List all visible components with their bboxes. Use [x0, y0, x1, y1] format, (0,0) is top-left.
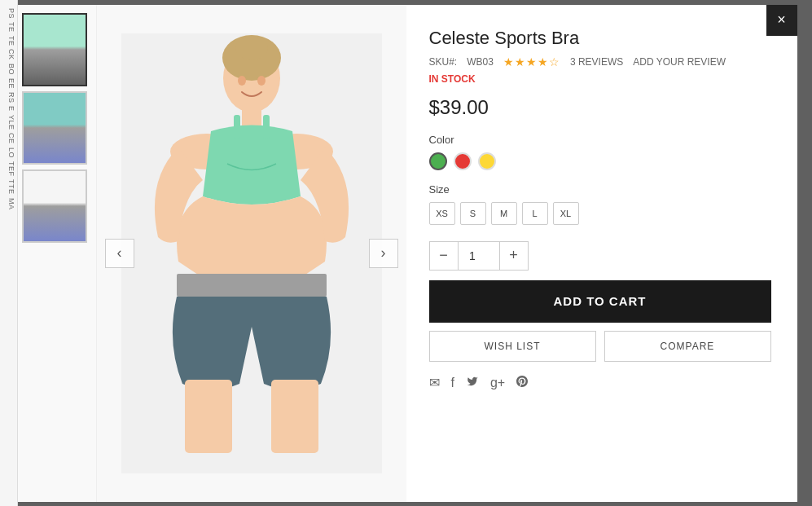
- compare-button[interactable]: COMPARE: [604, 331, 771, 362]
- star-rating: ★★★★☆: [503, 55, 560, 68]
- svg-rect-10: [271, 380, 318, 453]
- main-product-image: [121, 33, 382, 473]
- size-s[interactable]: S: [460, 202, 486, 225]
- main-image-area: ‹: [97, 5, 406, 502]
- sidebar-item-12: TEF: [2, 161, 15, 177]
- svg-point-12: [257, 76, 266, 86]
- qty-decrease-button[interactable]: −: [429, 241, 459, 271]
- thumbnail-2[interactable]: [22, 91, 87, 165]
- color-label: Color: [429, 134, 771, 146]
- sku-value: WB03: [467, 56, 494, 68]
- sidebar-item-13: TTE: [2, 179, 15, 195]
- svg-point-13: [235, 36, 268, 60]
- prev-image-button[interactable]: ‹: [105, 239, 134, 268]
- size-options: XS S M L XL: [429, 202, 771, 225]
- product-price: $39.00: [429, 96, 771, 119]
- color-option-red[interactable]: [454, 152, 472, 170]
- sidebar-item-5: bo: [2, 64, 15, 75]
- svg-point-11: [238, 76, 246, 86]
- svg-rect-6: [234, 115, 240, 139]
- svg-rect-9: [185, 380, 232, 453]
- close-icon: ×: [777, 11, 786, 29]
- sidebar-item-3: TE: [2, 36, 15, 46]
- size-m[interactable]: M: [491, 202, 517, 225]
- review-count: 3 REVIEWS: [570, 56, 623, 68]
- secondary-buttons: WISH LIST COMPARE: [429, 331, 771, 362]
- add-to-cart-button[interactable]: ADD TO CART: [429, 280, 771, 323]
- sidebar-item-14: MA: [2, 198, 15, 210]
- product-title: Celeste Sports Bra: [429, 28, 771, 49]
- wish-list-button[interactable]: WISH LIST: [429, 331, 596, 362]
- thumb-back-image: [24, 93, 86, 163]
- facebook-share-icon[interactable]: f: [451, 376, 454, 390]
- thumbnail-list: [15, 5, 97, 502]
- sidebar-item-10: CE: [2, 133, 15, 144]
- sidebar-item-9: YLE: [2, 115, 15, 130]
- product-modal: × ‹: [15, 5, 797, 502]
- twitter-share-icon[interactable]: [466, 376, 479, 390]
- thumbnail-1[interactable]: [22, 13, 87, 86]
- sidebar-strip: PS TE TE ck bo ee rs E YLE CE LO TEF TTE…: [0, 0, 18, 506]
- qty-increase-button[interactable]: +: [499, 241, 529, 271]
- sidebar-item-11: LO: [2, 147, 15, 158]
- modal-overlay: PS TE TE ck bo ee rs E YLE CE LO TEF TTE…: [0, 0, 812, 506]
- color-option-green[interactable]: [429, 152, 447, 170]
- pinterest-share-icon[interactable]: [516, 375, 528, 391]
- color-options: [429, 152, 771, 170]
- size-l[interactable]: L: [522, 202, 548, 225]
- thumb-front-image: [24, 15, 86, 85]
- stock-status: IN STOCK: [429, 73, 771, 85]
- close-button[interactable]: ×: [766, 5, 797, 36]
- svg-rect-3: [242, 107, 261, 127]
- thumbnail-3[interactable]: [22, 169, 87, 243]
- thumb-side-image: [24, 171, 86, 241]
- sidebar-item-1: PS: [2, 8, 15, 19]
- sidebar-item-2: TE: [2, 22, 15, 33]
- social-share-row: ✉ f g+: [429, 375, 771, 391]
- svg-rect-7: [263, 115, 270, 139]
- sku-label: SKU#:: [429, 56, 458, 68]
- sidebar-item-6: ee: [2, 78, 15, 89]
- sidebar-item-4: ck: [2, 49, 15, 60]
- size-xs[interactable]: XS: [429, 202, 455, 225]
- product-info-panel: Celeste Sports Bra SKU#: WB03 ★★★★☆ 3 RE…: [406, 5, 797, 502]
- next-image-button[interactable]: ›: [369, 239, 398, 268]
- sku-stars-row: SKU#: WB03 ★★★★☆ 3 REVIEWS ADD YOUR REVI…: [429, 55, 771, 68]
- email-share-icon[interactable]: ✉: [429, 375, 440, 390]
- add-review-link[interactable]: ADD YOUR REVIEW: [633, 56, 726, 68]
- quantity-row: − +: [429, 241, 771, 271]
- qty-input[interactable]: [459, 241, 499, 271]
- svg-rect-8: [177, 274, 327, 297]
- sidebar-item-7: rs: [2, 92, 15, 103]
- sidebar-item-8: E: [2, 106, 15, 112]
- googleplus-share-icon[interactable]: g+: [490, 376, 505, 390]
- size-xl[interactable]: XL: [553, 202, 579, 225]
- color-option-yellow[interactable]: [478, 152, 496, 170]
- size-label: Size: [429, 183, 771, 196]
- product-svg: [121, 33, 382, 473]
